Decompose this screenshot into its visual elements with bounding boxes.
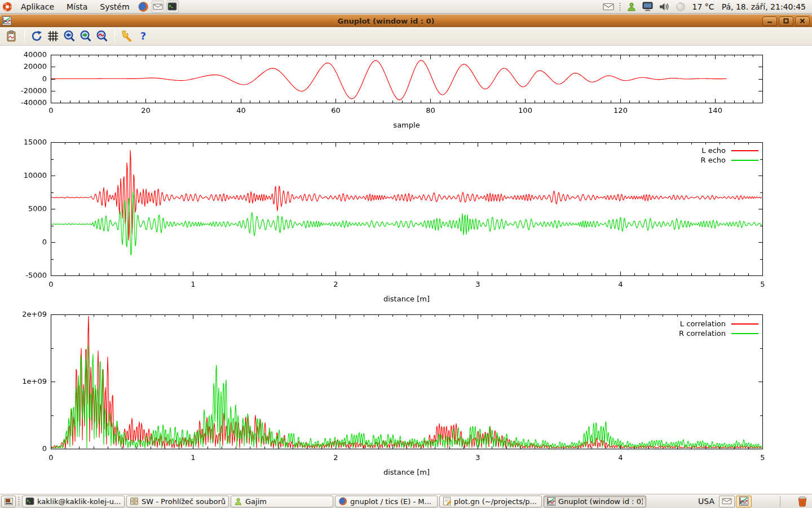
legend-label: L correlation (680, 319, 726, 328)
help-icon[interactable]: ? (135, 28, 151, 44)
gnuplot-canvas[interactable] (0, 46, 812, 494)
terminal-launcher-icon[interactable] (166, 1, 179, 13)
x-axis-label-bottom-chart: distance [m] (51, 468, 762, 476)
user-switch-icon[interactable] (625, 1, 638, 13)
task-firefox-gnuplot-tics[interactable]: gnuplot / tics (E) - M... (335, 496, 438, 507)
gnuplot-toolbar: ? (0, 27, 812, 46)
legend-line-sample (731, 160, 758, 161)
legend-middle-chart: L echo R echo (700, 147, 758, 164)
window-list-handle[interactable] (17, 496, 21, 506)
menu-places[interactable]: Místa (60, 0, 94, 13)
task-gajim[interactable]: Gajim (231, 496, 333, 507)
task-file-manager[interactable]: SW - Prohlížeč souborů (126, 496, 229, 507)
svg-text:?: ? (140, 30, 146, 42)
tray-gnuplot-icon[interactable] (736, 496, 752, 507)
legend-line-sample (731, 323, 758, 325)
file-manager-icon (130, 497, 139, 506)
top-panel: Aplikace Místa Systém (0, 0, 812, 14)
x-axis-label-middle-chart: distance [m] (51, 295, 762, 303)
menu-applications[interactable]: Aplikace (15, 0, 60, 13)
legend-label: L echo (701, 146, 726, 155)
rezoom-icon[interactable] (94, 28, 110, 44)
minimize-button[interactable] (762, 16, 777, 26)
display-icon[interactable] (642, 1, 654, 13)
gnuplot-plot-area: sample distance [m] distance [m] L echo … (0, 46, 812, 494)
legend-item: L echo (700, 147, 758, 154)
gajim-icon (234, 497, 242, 506)
legend-item: L correlation (679, 320, 758, 327)
previous-zoom-icon[interactable] (61, 28, 77, 44)
toolbar-separator (114, 30, 115, 42)
bottom-taskbar: kaklik@kaklik-kolej-u... SW - Prohlížeč … (0, 494, 812, 508)
menu-system[interactable]: Systém (94, 0, 135, 13)
legend-line-sample (731, 150, 758, 151)
temperature-label[interactable]: 17 °C (690, 2, 717, 11)
weather-icon[interactable] (674, 1, 687, 13)
keyboard-layout-indicator[interactable]: USA (694, 497, 719, 506)
x-axis-label-top-chart: sample (51, 121, 762, 129)
volume-icon[interactable] (658, 1, 670, 13)
text-editor-icon (443, 497, 451, 506)
show-desktop-button[interactable] (1, 496, 16, 507)
legend-bottom-chart: L correlation R correlation (679, 320, 758, 337)
desktop: Aplikace Místa Systém (0, 0, 812, 508)
legend-line-sample (731, 333, 758, 334)
trash-applet-icon[interactable] (794, 495, 811, 508)
legend-label: R echo (700, 156, 726, 164)
toolbar-separator (24, 30, 25, 42)
clock-label[interactable]: Pá, 18. září, 21:40:45 (719, 2, 809, 11)
toggle-grid-icon[interactable] (45, 28, 61, 44)
legend-item: R correlation (679, 330, 758, 337)
settings-icon[interactable] (119, 28, 135, 44)
close-button[interactable] (795, 16, 810, 26)
task-gnuplot-window[interactable]: Gnuplot (window id : 0) (544, 496, 646, 507)
tray-mail-icon[interactable] (719, 496, 735, 507)
mail-notification-icon[interactable] (602, 1, 615, 13)
legend-item: R echo (700, 156, 758, 164)
applet-handle (619, 2, 621, 11)
task-text-editor-plot-gn[interactable]: plot.gn (~/projects/p... (439, 496, 542, 507)
copy-to-clipboard-icon[interactable] (4, 28, 20, 44)
firefox-launcher-icon[interactable] (137, 1, 149, 13)
next-zoom-icon[interactable] (78, 28, 94, 44)
window-icon (2, 16, 11, 25)
task-terminal[interactable]: kaklik@kaklik-kolej-u... (22, 496, 125, 507)
replot-icon[interactable] (29, 28, 45, 44)
legend-label: R correlation (679, 329, 726, 338)
tray-separator (780, 496, 780, 507)
window-titlebar[interactable]: Gnuplot (window id : 0) (0, 15, 812, 27)
ubuntu-logo-icon[interactable] (1, 1, 14, 13)
window-title: Gnuplot (window id : 0) (11, 17, 761, 25)
maximize-button[interactable] (779, 16, 793, 26)
mail-launcher-icon[interactable] (152, 1, 164, 13)
